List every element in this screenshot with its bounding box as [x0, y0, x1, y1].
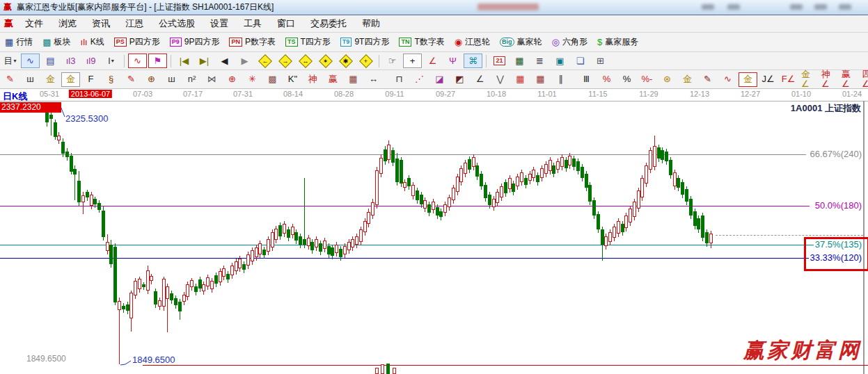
star-rays-tool-button[interactable]: ✳: [243, 72, 262, 87]
percent-tool-button[interactable]: %: [617, 72, 636, 87]
pen-percent-tool-button[interactable]: ✎: [698, 72, 717, 87]
v-marker-tool-button[interactable]: ⋁: [491, 72, 510, 87]
next-bar-button[interactable]: ▶: [235, 54, 254, 68]
compress-bars-button[interactable]: ✶: [316, 54, 335, 68]
n-square-tool-button[interactable]: n²: [182, 72, 201, 87]
shift-left-button[interactable]: ←: [255, 54, 274, 68]
si-angle-tool-button[interactable]: 四∠: [860, 72, 868, 87]
quotes-button[interactable]: ▦行情: [0, 35, 38, 50]
win-angle-tool-button[interactable]: 赢∠: [839, 72, 858, 87]
wave-flag-tool-button[interactable]: ⚑: [148, 54, 167, 68]
gold-box-tool-button[interactable]: 金: [739, 72, 757, 87]
candle-width-button[interactable]: ǀ▾: [102, 54, 120, 68]
candle: [653, 146, 656, 167]
calculator-tool-button[interactable]: ▦: [510, 54, 529, 68]
j-angle-tool-button[interactable]: J∠: [759, 72, 778, 87]
expand-horizontal-button[interactable]: ↔: [296, 54, 315, 68]
fan-box-solid-tool-button[interactable]: ◩: [450, 72, 469, 87]
print-button[interactable]: ⊞: [591, 54, 610, 68]
save-image-button[interactable]: ▣: [551, 54, 569, 68]
first-page-button[interactable]: |◀: [175, 54, 194, 68]
gold-scale-a-tool-button[interactable]: 金: [41, 72, 60, 87]
expand-bars-button[interactable]: ✱: [336, 54, 355, 68]
gold-circle-tool-button[interactable]: ⊛: [658, 72, 677, 87]
f-angle-tool-button[interactable]: F∠: [779, 72, 798, 87]
hexagon-button[interactable]: ◎六角形: [547, 35, 592, 50]
kline-button[interactable]: ılıK线: [76, 35, 109, 50]
angle-measure-tool-button[interactable]: ∠: [423, 54, 442, 68]
drag-hand-tool-button[interactable]: ☞: [383, 54, 402, 68]
grid-arrow-tool-button[interactable]: ▦: [531, 72, 550, 87]
menu-item-8[interactable]: 交易委托: [303, 17, 354, 30]
menu-item-5[interactable]: 设置: [203, 17, 236, 30]
ratio-bars-tool-button[interactable]: Ⅲ: [577, 72, 596, 87]
gann-pen-tool-button[interactable]: ✎: [1, 72, 19, 87]
gold-level-tool-button[interactable]: 金: [678, 72, 697, 87]
mirror-angle-tool-button[interactable]: ⋈: [203, 72, 221, 87]
gold-scale-b-tool-button[interactable]: 金: [61, 72, 80, 87]
gann-maze-tool-button[interactable]: ⌘: [464, 54, 482, 68]
t-square-button[interactable]: TST四方形: [281, 35, 336, 50]
percent-line-tool-button[interactable]: %-: [638, 72, 656, 87]
info-panel-button[interactable]: ▤: [41, 54, 60, 68]
shen-angle-tool-button[interactable]: 神∠: [819, 72, 838, 87]
gann-level-line: [143, 365, 868, 366]
shift-right-button[interactable]: →: [276, 54, 294, 68]
winner-service-button[interactable]: $赢家服务: [592, 35, 643, 50]
menu-item-2[interactable]: 资讯: [84, 17, 118, 30]
export-data-button[interactable]: ❏: [571, 54, 590, 68]
9t-square-button[interactable]: T99T四方形: [336, 35, 395, 50]
kline-minor-3-button[interactable]: ıl3: [61, 54, 80, 68]
fan-box-tool-button[interactable]: ◪: [430, 72, 449, 87]
last-page-button[interactable]: ▶|: [195, 54, 214, 68]
chart-period-button[interactable]: 目▾: [1, 54, 19, 68]
menu-item-4[interactable]: 公式选股: [151, 17, 203, 30]
calendar-tool-button[interactable]: 21: [490, 54, 509, 68]
box-frame-tool-button[interactable]: ⊓: [390, 72, 409, 87]
menu-item-0[interactable]: 文件: [17, 17, 51, 30]
gann-split-tool-button[interactable]: Ψ: [443, 54, 462, 68]
candle: [552, 165, 555, 174]
time-wheel-tool-button[interactable]: ⊕: [142, 72, 161, 87]
kline-minor-9-button[interactable]: ıl9: [81, 54, 100, 68]
parallel-lines-tool-button[interactable]: ∥: [551, 72, 570, 87]
spiderweb-tool-button[interactable]: ▩: [263, 72, 282, 87]
p-number-table-button[interactable]: PNP数字表: [224, 35, 281, 50]
menu-item-9[interactable]: 帮助: [354, 17, 388, 30]
crosshair-tool-button[interactable]: +: [403, 54, 422, 68]
wave-band-tool-button[interactable]: ∿: [21, 54, 40, 68]
shen-grid-tool-button[interactable]: 神: [303, 72, 322, 87]
pen-scale-tool-button[interactable]: ✎: [122, 72, 141, 87]
chart-area[interactable]: 05-312013-06-0707-0307-1707-3108-1408-28…: [0, 89, 868, 374]
price-scale-tool-button[interactable]: ш: [21, 72, 40, 87]
span-arrows-tool-button[interactable]: ↔: [364, 72, 383, 87]
winner-wheel-button[interactable]: Big赢家轮: [495, 35, 547, 50]
menu-item-1[interactable]: 浏览: [51, 17, 84, 30]
time-scale-tool-button[interactable]: ш: [162, 72, 181, 87]
percent-slash-tool-button[interactable]: %: [597, 72, 616, 87]
dense-grid-tool-button[interactable]: ▦: [511, 72, 530, 87]
f-scale-tool-button[interactable]: F: [81, 72, 100, 87]
spiral-tool-button[interactable]: §: [102, 72, 120, 87]
gold-angle-tool-button[interactable]: 金∠: [799, 72, 818, 87]
notes-report-button[interactable]: ≣: [530, 54, 549, 68]
gann-fan-tool-button[interactable]: ⋰: [410, 72, 429, 87]
wave-percent-tool-button[interactable]: ∿: [718, 72, 737, 87]
9p-square-button[interactable]: P99P四方形: [165, 35, 225, 50]
t-number-table-button[interactable]: TNT数字表: [394, 35, 449, 50]
ruler-123-tool-button[interactable]: ▦: [344, 72, 363, 87]
gann-wheel-button[interactable]: ◉江恩轮: [450, 35, 495, 50]
fit-screen-button[interactable]: +: [356, 54, 375, 68]
prev-bar-button[interactable]: ◀: [215, 54, 234, 68]
sectors-button[interactable]: ▩板块: [38, 35, 75, 50]
win-grid-tool-button[interactable]: 赢: [324, 72, 342, 87]
k-line-mark-tool-button[interactable]: K": [283, 72, 302, 87]
menu-item-3[interactable]: 江恩: [118, 17, 151, 30]
circle-cross-tool-button[interactable]: ⊕: [223, 72, 242, 87]
gann-level-line: [0, 206, 810, 206]
p-square-button[interactable]: PSP四方形: [109, 35, 165, 50]
multi-angle-tool-button[interactable]: ∠: [471, 72, 489, 87]
menu-item-6[interactable]: 工具: [236, 17, 269, 30]
zigzag-overlay-button[interactable]: ∿: [128, 54, 147, 68]
menu-item-7[interactable]: 窗口: [269, 17, 303, 30]
